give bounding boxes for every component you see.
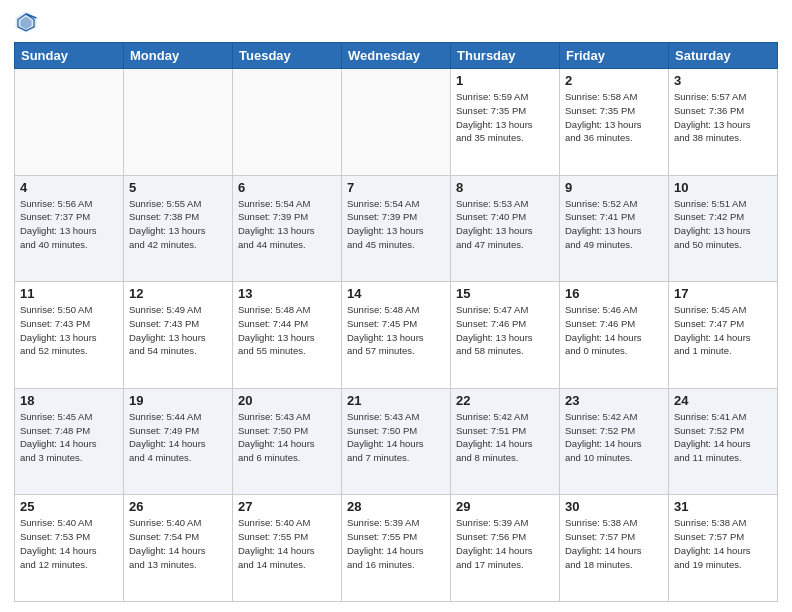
day-info: Sunrise: 5:50 AM Sunset: 7:43 PM Dayligh… xyxy=(20,303,118,358)
day-header-tuesday: Tuesday xyxy=(233,43,342,69)
day-header-friday: Friday xyxy=(560,43,669,69)
calendar-cell xyxy=(233,69,342,176)
day-info: Sunrise: 5:56 AM Sunset: 7:37 PM Dayligh… xyxy=(20,197,118,252)
calendar-week-row: 1Sunrise: 5:59 AM Sunset: 7:35 PM Daylig… xyxy=(15,69,778,176)
day-info: Sunrise: 5:38 AM Sunset: 7:57 PM Dayligh… xyxy=(565,516,663,571)
calendar-cell: 28Sunrise: 5:39 AM Sunset: 7:55 PM Dayli… xyxy=(342,495,451,602)
day-number: 31 xyxy=(674,499,772,514)
day-number: 13 xyxy=(238,286,336,301)
day-info: Sunrise: 5:45 AM Sunset: 7:47 PM Dayligh… xyxy=(674,303,772,358)
calendar-table: SundayMondayTuesdayWednesdayThursdayFrid… xyxy=(14,42,778,602)
calendar-cell: 25Sunrise: 5:40 AM Sunset: 7:53 PM Dayli… xyxy=(15,495,124,602)
calendar-week-row: 11Sunrise: 5:50 AM Sunset: 7:43 PM Dayli… xyxy=(15,282,778,389)
page-container: SundayMondayTuesdayWednesdayThursdayFrid… xyxy=(0,0,792,612)
calendar-cell: 31Sunrise: 5:38 AM Sunset: 7:57 PM Dayli… xyxy=(669,495,778,602)
day-info: Sunrise: 5:53 AM Sunset: 7:40 PM Dayligh… xyxy=(456,197,554,252)
calendar-cell: 13Sunrise: 5:48 AM Sunset: 7:44 PM Dayli… xyxy=(233,282,342,389)
calendar-cell: 27Sunrise: 5:40 AM Sunset: 7:55 PM Dayli… xyxy=(233,495,342,602)
calendar-cell: 4Sunrise: 5:56 AM Sunset: 7:37 PM Daylig… xyxy=(15,175,124,282)
day-info: Sunrise: 5:51 AM Sunset: 7:42 PM Dayligh… xyxy=(674,197,772,252)
day-info: Sunrise: 5:40 AM Sunset: 7:53 PM Dayligh… xyxy=(20,516,118,571)
calendar-cell xyxy=(124,69,233,176)
calendar-cell: 8Sunrise: 5:53 AM Sunset: 7:40 PM Daylig… xyxy=(451,175,560,282)
day-number: 1 xyxy=(456,73,554,88)
day-info: Sunrise: 5:43 AM Sunset: 7:50 PM Dayligh… xyxy=(238,410,336,465)
day-number: 21 xyxy=(347,393,445,408)
calendar-cell: 3Sunrise: 5:57 AM Sunset: 7:36 PM Daylig… xyxy=(669,69,778,176)
calendar-cell: 23Sunrise: 5:42 AM Sunset: 7:52 PM Dayli… xyxy=(560,388,669,495)
day-number: 24 xyxy=(674,393,772,408)
calendar-week-row: 25Sunrise: 5:40 AM Sunset: 7:53 PM Dayli… xyxy=(15,495,778,602)
day-number: 9 xyxy=(565,180,663,195)
day-number: 4 xyxy=(20,180,118,195)
day-info: Sunrise: 5:39 AM Sunset: 7:56 PM Dayligh… xyxy=(456,516,554,571)
day-header-saturday: Saturday xyxy=(669,43,778,69)
calendar-cell: 24Sunrise: 5:41 AM Sunset: 7:52 PM Dayli… xyxy=(669,388,778,495)
day-header-wednesday: Wednesday xyxy=(342,43,451,69)
day-number: 22 xyxy=(456,393,554,408)
calendar-header-row: SundayMondayTuesdayWednesdayThursdayFrid… xyxy=(15,43,778,69)
calendar-cell: 22Sunrise: 5:42 AM Sunset: 7:51 PM Dayli… xyxy=(451,388,560,495)
day-number: 3 xyxy=(674,73,772,88)
calendar-cell: 12Sunrise: 5:49 AM Sunset: 7:43 PM Dayli… xyxy=(124,282,233,389)
calendar-cell: 2Sunrise: 5:58 AM Sunset: 7:35 PM Daylig… xyxy=(560,69,669,176)
day-number: 28 xyxy=(347,499,445,514)
day-info: Sunrise: 5:42 AM Sunset: 7:51 PM Dayligh… xyxy=(456,410,554,465)
calendar-cell: 9Sunrise: 5:52 AM Sunset: 7:41 PM Daylig… xyxy=(560,175,669,282)
calendar-week-row: 18Sunrise: 5:45 AM Sunset: 7:48 PM Dayli… xyxy=(15,388,778,495)
day-number: 5 xyxy=(129,180,227,195)
calendar-cell: 7Sunrise: 5:54 AM Sunset: 7:39 PM Daylig… xyxy=(342,175,451,282)
day-number: 26 xyxy=(129,499,227,514)
day-info: Sunrise: 5:40 AM Sunset: 7:55 PM Dayligh… xyxy=(238,516,336,571)
calendar-cell: 14Sunrise: 5:48 AM Sunset: 7:45 PM Dayli… xyxy=(342,282,451,389)
calendar-cell xyxy=(342,69,451,176)
logo xyxy=(14,10,42,34)
calendar-cell: 11Sunrise: 5:50 AM Sunset: 7:43 PM Dayli… xyxy=(15,282,124,389)
day-number: 30 xyxy=(565,499,663,514)
day-number: 29 xyxy=(456,499,554,514)
day-info: Sunrise: 5:54 AM Sunset: 7:39 PM Dayligh… xyxy=(238,197,336,252)
day-number: 23 xyxy=(565,393,663,408)
day-number: 6 xyxy=(238,180,336,195)
day-info: Sunrise: 5:39 AM Sunset: 7:55 PM Dayligh… xyxy=(347,516,445,571)
day-info: Sunrise: 5:59 AM Sunset: 7:35 PM Dayligh… xyxy=(456,90,554,145)
calendar-cell: 10Sunrise: 5:51 AM Sunset: 7:42 PM Dayli… xyxy=(669,175,778,282)
day-info: Sunrise: 5:48 AM Sunset: 7:45 PM Dayligh… xyxy=(347,303,445,358)
calendar-cell: 5Sunrise: 5:55 AM Sunset: 7:38 PM Daylig… xyxy=(124,175,233,282)
day-number: 27 xyxy=(238,499,336,514)
calendar-cell: 21Sunrise: 5:43 AM Sunset: 7:50 PM Dayli… xyxy=(342,388,451,495)
day-number: 7 xyxy=(347,180,445,195)
calendar-cell: 17Sunrise: 5:45 AM Sunset: 7:47 PM Dayli… xyxy=(669,282,778,389)
day-number: 2 xyxy=(565,73,663,88)
day-number: 17 xyxy=(674,286,772,301)
day-info: Sunrise: 5:54 AM Sunset: 7:39 PM Dayligh… xyxy=(347,197,445,252)
calendar-cell: 19Sunrise: 5:44 AM Sunset: 7:49 PM Dayli… xyxy=(124,388,233,495)
day-info: Sunrise: 5:47 AM Sunset: 7:46 PM Dayligh… xyxy=(456,303,554,358)
day-info: Sunrise: 5:43 AM Sunset: 7:50 PM Dayligh… xyxy=(347,410,445,465)
day-info: Sunrise: 5:41 AM Sunset: 7:52 PM Dayligh… xyxy=(674,410,772,465)
calendar-cell: 29Sunrise: 5:39 AM Sunset: 7:56 PM Dayli… xyxy=(451,495,560,602)
day-info: Sunrise: 5:57 AM Sunset: 7:36 PM Dayligh… xyxy=(674,90,772,145)
header xyxy=(14,10,778,34)
day-info: Sunrise: 5:38 AM Sunset: 7:57 PM Dayligh… xyxy=(674,516,772,571)
calendar-cell: 1Sunrise: 5:59 AM Sunset: 7:35 PM Daylig… xyxy=(451,69,560,176)
day-header-monday: Monday xyxy=(124,43,233,69)
day-info: Sunrise: 5:55 AM Sunset: 7:38 PM Dayligh… xyxy=(129,197,227,252)
day-info: Sunrise: 5:44 AM Sunset: 7:49 PM Dayligh… xyxy=(129,410,227,465)
calendar-cell: 16Sunrise: 5:46 AM Sunset: 7:46 PM Dayli… xyxy=(560,282,669,389)
day-header-thursday: Thursday xyxy=(451,43,560,69)
day-number: 25 xyxy=(20,499,118,514)
calendar-cell xyxy=(15,69,124,176)
day-number: 11 xyxy=(20,286,118,301)
day-info: Sunrise: 5:58 AM Sunset: 7:35 PM Dayligh… xyxy=(565,90,663,145)
logo-icon xyxy=(14,10,38,34)
day-number: 16 xyxy=(565,286,663,301)
day-info: Sunrise: 5:48 AM Sunset: 7:44 PM Dayligh… xyxy=(238,303,336,358)
day-header-sunday: Sunday xyxy=(15,43,124,69)
day-number: 8 xyxy=(456,180,554,195)
day-number: 18 xyxy=(20,393,118,408)
calendar-cell: 20Sunrise: 5:43 AM Sunset: 7:50 PM Dayli… xyxy=(233,388,342,495)
calendar-cell: 6Sunrise: 5:54 AM Sunset: 7:39 PM Daylig… xyxy=(233,175,342,282)
day-number: 19 xyxy=(129,393,227,408)
day-number: 14 xyxy=(347,286,445,301)
